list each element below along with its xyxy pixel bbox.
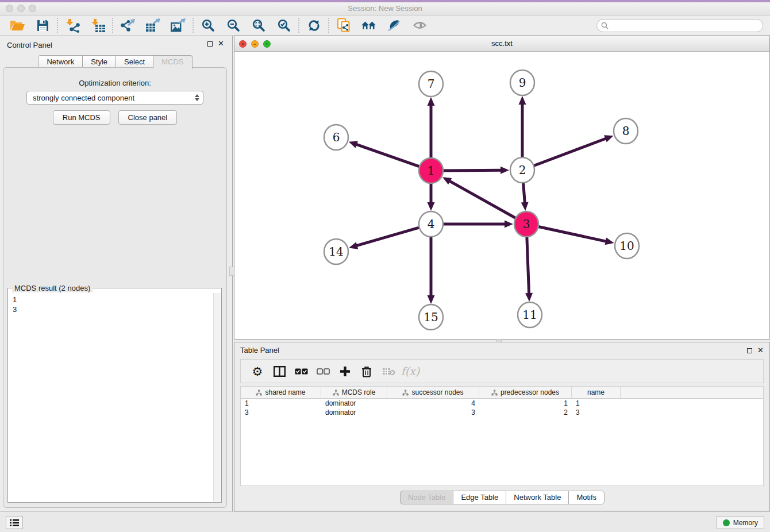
graph-edge-1-2[interactable] bbox=[442, 170, 502, 171]
run-mcds-button[interactable]: Run MCDS bbox=[53, 110, 110, 125]
export-image-button[interactable] bbox=[165, 17, 191, 34]
graph-edge-arrowhead bbox=[521, 202, 529, 211]
table-cell[interactable]: dominator bbox=[321, 408, 387, 417]
node-table[interactable]: shared nameMCDS rolesuccessor nodesprede… bbox=[240, 386, 764, 486]
search-icon bbox=[601, 22, 609, 29]
column-hierarchy-icon bbox=[402, 390, 409, 396]
zoom-out-button[interactable] bbox=[221, 17, 246, 34]
mcds-result-list: 13 bbox=[9, 293, 213, 502]
table-tab-motifs[interactable]: Motifs bbox=[568, 491, 605, 504]
select-all-button[interactable] bbox=[290, 360, 312, 383]
export-table-button[interactable] bbox=[140, 17, 165, 34]
close-panel-button[interactable]: Close panel bbox=[118, 110, 178, 125]
export-network-button[interactable] bbox=[115, 17, 140, 34]
table-cell[interactable]: 3 bbox=[572, 408, 621, 417]
search-input[interactable] bbox=[611, 21, 759, 29]
table-cell[interactable]: dominator bbox=[321, 399, 387, 408]
import-network-button[interactable] bbox=[60, 17, 85, 34]
show-details-button[interactable] bbox=[407, 17, 432, 34]
graph-edge-arrowhead bbox=[605, 238, 614, 245]
mcds-result-line: 1 bbox=[13, 295, 209, 304]
close-table-panel-icon[interactable]: ✕ bbox=[757, 348, 764, 353]
table-tabbar: Node TableEdge TableNetwork TableMotifs bbox=[234, 491, 769, 504]
delete-row-button[interactable] bbox=[356, 360, 378, 383]
column-header-successor-nodes[interactable]: successor nodes bbox=[387, 387, 479, 398]
toolbar-separator bbox=[328, 18, 329, 33]
table-cell[interactable]: 4 bbox=[387, 399, 479, 408]
graph-node-label: 10 bbox=[619, 239, 634, 253]
column-hierarchy-icon bbox=[333, 390, 339, 396]
control-panel-title: Control Panel bbox=[7, 41, 52, 49]
create-column-button[interactable] bbox=[334, 360, 356, 383]
graph-edge-4-14[interactable] bbox=[356, 227, 421, 246]
table-cell[interactable]: 1 bbox=[241, 399, 321, 408]
graph-edge-1-6[interactable] bbox=[356, 144, 421, 167]
table-row[interactable]: 1dominator411 bbox=[241, 399, 763, 408]
network-view-window: ✕ − + scc.txt 7968124314101511 bbox=[234, 36, 770, 340]
refresh-button[interactable] bbox=[301, 17, 326, 34]
table-toolbar: ⚙ bbox=[240, 359, 764, 383]
graph-node-label: 3 bbox=[523, 217, 530, 231]
memory-status-icon bbox=[723, 519, 730, 526]
optimization-criterion-dropdown[interactable]: strongly connected component bbox=[26, 91, 203, 105]
mcds-result-area: 13 bbox=[7, 288, 222, 503]
close-panel-icon[interactable]: ✕ bbox=[218, 41, 224, 47]
memory-button[interactable]: Memory bbox=[717, 516, 764, 529]
graph-edge-3-1[interactable] bbox=[449, 181, 517, 219]
table-tab-network-table[interactable]: Network Table bbox=[506, 491, 569, 504]
open-session-button[interactable] bbox=[5, 17, 30, 34]
graph-edge-3-10[interactable] bbox=[537, 226, 607, 241]
task-history-button[interactable] bbox=[6, 516, 23, 529]
graph-node-label: 9 bbox=[519, 76, 526, 90]
import-table-button[interactable] bbox=[85, 17, 110, 34]
graph-edge-arrowhead bbox=[525, 293, 533, 302]
network-window-titlebar[interactable]: ✕ − + scc.txt bbox=[234, 36, 769, 52]
table-tab-node-table[interactable]: Node Table bbox=[400, 491, 454, 504]
table-cell[interactable]: 2 bbox=[479, 408, 572, 417]
table-tab-edge-table[interactable]: Edge Table bbox=[453, 491, 506, 504]
hide-details-button[interactable] bbox=[382, 17, 407, 34]
zoom-out-icon bbox=[226, 18, 240, 32]
task-list-icon bbox=[10, 519, 19, 527]
zoom-in-button[interactable] bbox=[195, 17, 221, 34]
plus-icon bbox=[340, 366, 351, 377]
float-table-panel-icon[interactable] bbox=[747, 348, 752, 353]
show-columns-button[interactable] bbox=[268, 360, 290, 383]
first-neighbors-button[interactable] bbox=[356, 17, 382, 34]
graph-node-label: 6 bbox=[333, 130, 340, 144]
table-row[interactable]: 3dominator323 bbox=[241, 408, 763, 417]
window-title: Session: New Session bbox=[0, 4, 770, 13]
status-bar: Memory bbox=[0, 511, 770, 532]
mcds-result-line: 3 bbox=[13, 304, 209, 314]
table-cell[interactable]: 1 bbox=[572, 399, 621, 408]
unchecked-boxes-icon bbox=[317, 368, 330, 375]
column-header-shared-name[interactable]: shared name bbox=[241, 387, 321, 398]
tab-mcds[interactable]: MCDS bbox=[153, 55, 192, 69]
table-cell[interactable]: 3 bbox=[241, 408, 321, 417]
graph-edge-2-8[interactable] bbox=[533, 138, 607, 167]
deselect-all-button[interactable] bbox=[312, 360, 334, 383]
graph-edge-arrowhead bbox=[604, 135, 613, 142]
float-panel-icon[interactable] bbox=[207, 41, 213, 47]
zoom-selected-button[interactable] bbox=[271, 17, 297, 34]
mcds-tab-content: Optimization criterion: strongly connect… bbox=[3, 67, 227, 508]
table-cell[interactable]: 3 bbox=[387, 408, 479, 417]
table-body: 1dominator4113dominator323 bbox=[241, 399, 763, 417]
search-box bbox=[596, 19, 763, 32]
zoom-fit-button[interactable] bbox=[246, 17, 271, 34]
table-mode-button[interactable]: ⚙ bbox=[247, 360, 268, 383]
table-cell[interactable]: 1 bbox=[479, 399, 572, 408]
save-session-button[interactable] bbox=[30, 17, 55, 34]
graph-edge-arrowhead bbox=[505, 221, 513, 228]
graph-edge-3-11[interactable] bbox=[527, 235, 529, 294]
column-header-mcds-role[interactable]: MCDS role bbox=[321, 387, 387, 398]
result-scrollbar[interactable] bbox=[213, 293, 221, 502]
clone-network-button[interactable] bbox=[331, 17, 356, 34]
column-header-predecessor-nodes[interactable]: predecessor nodes bbox=[479, 387, 572, 398]
graph-edge-2-3[interactable] bbox=[523, 181, 525, 203]
optimization-criterion-label: Optimization criterion: bbox=[3, 79, 226, 87]
fx-icon: f(x) bbox=[401, 365, 420, 377]
network-canvas[interactable]: 7968124314101511 bbox=[234, 52, 769, 339]
dropdown-value: strongly connected component bbox=[33, 94, 134, 102]
column-header-name[interactable]: name bbox=[572, 387, 621, 398]
